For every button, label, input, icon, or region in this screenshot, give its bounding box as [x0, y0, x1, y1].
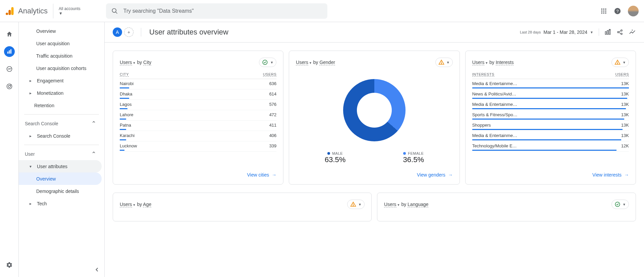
nav-monetization[interactable]: ▸Monetization — [19, 87, 102, 99]
card-status-menu[interactable]: ▼ — [611, 58, 629, 67]
date-range-text: Mar 1 - Mar 28, 2024 — [543, 29, 587, 35]
legend: MALE 63.5% FEMALE 36.5% — [296, 151, 452, 164]
user-avatar[interactable] — [628, 6, 639, 16]
table-row: Lucknow339 — [120, 141, 276, 152]
header-actions: ? — [600, 6, 639, 16]
chevron-down-icon: ▼ — [446, 61, 450, 64]
apps-icon[interactable] — [600, 8, 607, 14]
card-users-by-age: Users▼ by Age ▼ — [113, 193, 372, 221]
card-users-by-interests: Users▼ by Interests ▼ INTERESTSUSERS Med… — [465, 51, 636, 185]
search-box[interactable] — [106, 3, 327, 19]
svg-line-29 — [619, 32, 621, 33]
card-status-menu[interactable]: ▼ — [347, 200, 365, 209]
donut-chart — [296, 72, 452, 148]
table-row: News & Politics/Avid…13K — [472, 89, 629, 100]
account-selector[interactable]: All accounts ▼ — [53, 4, 80, 18]
share-icon[interactable] — [616, 29, 623, 36]
svg-rect-13 — [605, 12, 606, 13]
brand-name: Analytics — [18, 7, 48, 15]
caret-right-icon: ▸ — [30, 78, 34, 83]
table-row: Patna411 — [120, 121, 276, 131]
view-genders-link[interactable]: View genders→ — [417, 165, 453, 178]
svg-line-28 — [619, 31, 621, 32]
nav-section-user[interactable]: User⌃ — [19, 148, 102, 160]
warning-icon — [614, 59, 621, 65]
table-row: Sports & Fitness/Spo…13K — [472, 110, 629, 121]
nav-user-attributes[interactable]: ▾User attributes — [19, 160, 102, 172]
rail-reports[interactable] — [4, 46, 15, 57]
warning-icon — [350, 201, 356, 207]
segment-chips: A + — [113, 27, 133, 37]
analytics-logo-icon — [5, 6, 15, 16]
rail-home[interactable] — [4, 29, 15, 40]
nav-engagement[interactable]: ▸Engagement — [19, 74, 102, 87]
page-header: A + User attributes overview Last 28 day… — [105, 22, 644, 43]
svg-point-30 — [263, 60, 268, 65]
table-header: INTERESTSUSERS — [472, 72, 629, 79]
page-header-actions — [599, 28, 636, 36]
table-row: Karachi406 — [120, 131, 276, 141]
card-title: Users▼ by Age — [120, 202, 151, 207]
nav-user-attributes-overview[interactable]: Overview — [19, 172, 102, 185]
help-icon[interactable]: ? — [614, 7, 621, 15]
segment-chip-a[interactable]: A — [113, 27, 122, 37]
add-segment-button[interactable]: + — [124, 27, 133, 37]
svg-rect-18 — [10, 49, 11, 54]
svg-point-36 — [617, 63, 618, 64]
divider — [24, 114, 99, 115]
table-row: Dhaka614 — [120, 89, 276, 100]
view-cities-link[interactable]: View cities→ — [247, 165, 276, 178]
chevron-up-icon: ⌃ — [91, 120, 96, 127]
legend-male: MALE 63.5% — [325, 151, 345, 164]
insights-icon[interactable] — [629, 28, 636, 36]
svg-point-40 — [615, 202, 620, 207]
cardضcard-title: Users▼ by City — [120, 60, 151, 65]
svg-rect-1 — [8, 10, 11, 15]
brand[interactable]: Analytics — [5, 6, 48, 16]
card-status-menu[interactable]: ▼ — [435, 58, 453, 67]
svg-point-2 — [6, 12, 8, 15]
cards-row-2: Users▼ by Age ▼ Users▼ by Language ▼ — [105, 193, 644, 229]
check-circle-icon — [614, 201, 621, 207]
svg-rect-22 — [605, 31, 606, 34]
nav-tech[interactable]: ▸Tech — [19, 197, 102, 210]
rail-explore[interactable] — [4, 64, 15, 74]
caret-right-icon: ▸ — [30, 134, 34, 138]
svg-rect-8 — [601, 10, 602, 11]
nav-traffic-acquisition[interactable]: Traffic acquisition — [19, 50, 102, 62]
arrow-right-icon: → — [448, 172, 453, 178]
sidebar-collapse[interactable] — [94, 266, 100, 273]
svg-text:?: ? — [616, 8, 619, 13]
nav-section-search-console[interactable]: Search Console⌃ — [19, 117, 102, 130]
nav-demographic-details[interactable]: Demographic details — [19, 185, 102, 197]
nav-search-console[interactable]: ▸Search Console — [19, 130, 102, 142]
svg-rect-5 — [601, 8, 602, 9]
page-title: User attributes overview — [141, 28, 228, 37]
chevron-down-icon: ▼ — [59, 11, 80, 16]
card-users-by-language: Users▼ by Language ▼ — [377, 193, 636, 221]
svg-point-33 — [441, 63, 442, 64]
svg-rect-17 — [9, 50, 10, 54]
table-row: Shoppers13K — [472, 121, 629, 131]
nav-overview[interactable]: Overview — [19, 25, 102, 37]
svg-rect-23 — [607, 30, 608, 34]
view-interests-link[interactable]: View interests→ — [592, 165, 629, 178]
nav-user-acquisition[interactable]: User acquisition — [19, 37, 102, 50]
date-range-selector[interactable]: Last 28 days Mar 1 - Mar 28, 2024 ▼ — [520, 29, 593, 35]
search-input[interactable] — [123, 8, 322, 14]
customize-report-icon[interactable] — [604, 29, 611, 36]
search-icon — [111, 8, 118, 14]
chevron-down-icon: ▼ — [590, 30, 593, 34]
account-label: All accounts — [59, 6, 80, 11]
nav-user-acquisition-cohorts[interactable]: User acquisition cohorts — [19, 62, 102, 74]
nav-retention[interactable]: Retention — [19, 99, 102, 112]
main: A + User attributes overview Last 28 day… — [105, 22, 644, 277]
card-users-by-city: Users▼ by City ▼ CITYUSERS Nairobi636Dha… — [113, 51, 283, 185]
rail-admin[interactable] — [4, 260, 15, 270]
card-status-menu[interactable]: ▼ — [611, 200, 629, 209]
table-row: Lagos576 — [120, 100, 276, 110]
caret-right-icon: ▸ — [30, 201, 34, 206]
card-status-menu[interactable]: ▼ — [259, 58, 276, 67]
rail-advertising[interactable] — [4, 81, 15, 92]
legend-female: FEMALE 36.5% — [403, 151, 424, 164]
